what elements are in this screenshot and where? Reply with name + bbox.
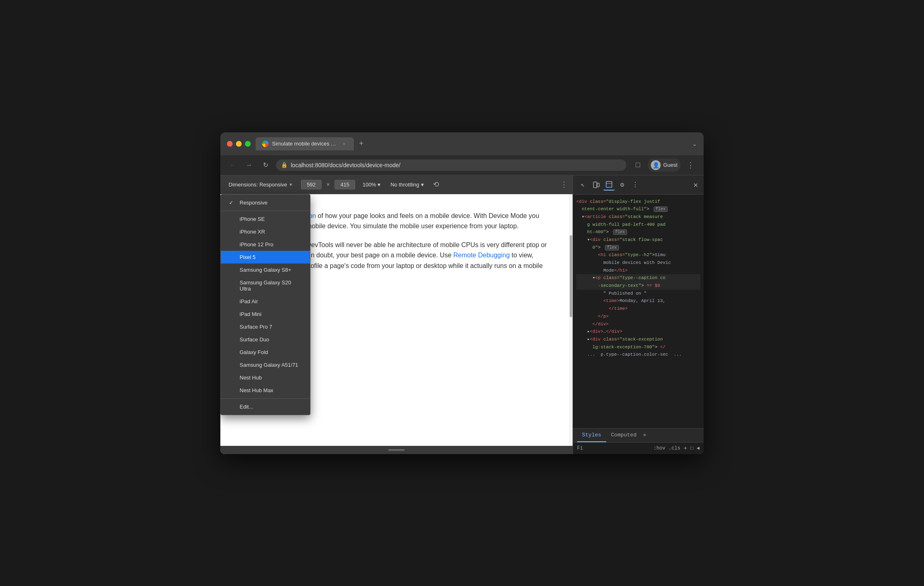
width-input[interactable] bbox=[301, 180, 322, 189]
code-line-selected: -secondary-text"> == $0 bbox=[576, 282, 700, 290]
code-line: ▸<div class="stack-exception bbox=[576, 336, 700, 343]
add-style-btn[interactable]: + bbox=[684, 445, 687, 452]
traffic-lights bbox=[227, 141, 251, 147]
address-bar-right: □ 👤 Guest ⋮ bbox=[631, 159, 697, 172]
zoom-label: 100% bbox=[362, 182, 376, 188]
code-line: </time> bbox=[576, 305, 700, 313]
maximize-button[interactable] bbox=[245, 141, 251, 147]
resize-handle[interactable] bbox=[388, 449, 405, 451]
dropdown-item-label: iPhone SE bbox=[240, 216, 265, 222]
lock-icon: 🔒 bbox=[281, 162, 288, 168]
dropdown-item-samsung-s20[interactable]: Samsung Galaxy S20 Ultra bbox=[221, 276, 310, 295]
dropdown-divider-2 bbox=[221, 398, 310, 399]
dimensions-chevron-icon: ▼ bbox=[289, 182, 293, 187]
throttle-chevron-icon: ▾ bbox=[421, 182, 424, 188]
address-input[interactable] bbox=[276, 159, 626, 171]
devtools-close-button[interactable]: ✕ bbox=[692, 179, 700, 191]
code-line: lg:stack-exception-700"> </ bbox=[576, 343, 700, 351]
gear-settings-icon[interactable]: ⚙ bbox=[616, 179, 628, 191]
tab-list-chevron-icon[interactable]: ⌄ bbox=[692, 141, 697, 147]
code-line: 0"> flex bbox=[576, 244, 700, 252]
styles-more-tabs-icon[interactable]: » bbox=[643, 432, 646, 438]
height-input[interactable] bbox=[335, 180, 355, 189]
code-line: g width-full pad-left-400 pad bbox=[576, 221, 700, 229]
tab-close-button[interactable]: × bbox=[341, 141, 347, 147]
dropdown-item-surface-pro-7[interactable]: Surface Pro 7 bbox=[221, 320, 310, 333]
pseudo-states-btn[interactable]: :hov bbox=[654, 445, 666, 451]
cls-btn[interactable]: .cls bbox=[668, 445, 680, 451]
title-bar: Simulate mobile devices with D × + ⌄ bbox=[220, 132, 704, 155]
rotate-icon[interactable]: ⟲ bbox=[431, 178, 441, 191]
dropdown-item-label: Pixel 5 bbox=[240, 254, 256, 260]
zoom-select[interactable]: 100% ▾ bbox=[360, 180, 383, 189]
svg-rect-2 bbox=[606, 182, 612, 187]
content-wrapper: Dimensions: Responsive ▼ × 100% ▾ No thr… bbox=[220, 175, 573, 454]
code-line: ▾<div class="stack flow-spac bbox=[576, 236, 700, 244]
remote-debugging-link[interactable]: Remote Debugging bbox=[453, 252, 510, 259]
dropdown-item-iphone-xr[interactable]: iPhone XR bbox=[221, 225, 310, 238]
scrollbar-thumb bbox=[570, 235, 572, 317]
dropdown-item-samsung-a51[interactable]: Samsung Galaxy A51/71 bbox=[221, 359, 310, 371]
dropdown-item-responsive[interactable]: ✓ Responsive bbox=[221, 196, 310, 209]
dropdown-item-edit[interactable]: Edit... bbox=[221, 400, 310, 413]
device-toolbar: Dimensions: Responsive ▼ × 100% ▾ No thr… bbox=[220, 175, 573, 194]
code-line: ▾<article class="stack measure bbox=[576, 213, 700, 221]
account-button[interactable]: 👤 Guest bbox=[648, 159, 681, 172]
dropdown-item-nest-hub[interactable]: Nest Hub bbox=[221, 371, 310, 384]
browser-more-button[interactable]: ⋮ bbox=[684, 159, 697, 172]
dropdown-item-pixel-5[interactable]: Pixel 5 bbox=[221, 251, 310, 263]
elements-panel-icon[interactable] bbox=[603, 179, 615, 191]
code-line: </p> bbox=[576, 313, 700, 320]
code-line: ht-400"> flex bbox=[576, 228, 700, 236]
dropdown-item-label: Edit... bbox=[240, 404, 253, 410]
code-line: ntent-center width-full"> flex bbox=[576, 205, 700, 213]
split-screen-button[interactable]: □ bbox=[631, 159, 644, 172]
dimension-separator: × bbox=[326, 181, 330, 188]
dropdown-item-galaxy-fold[interactable]: Galaxy Fold bbox=[221, 346, 310, 359]
code-line-selected: ▾<p class="type--caption co bbox=[576, 274, 700, 282]
tab-styles[interactable]: Styles bbox=[577, 429, 606, 442]
devtools-code-view[interactable]: <div class="display-flex justif ntent-ce… bbox=[573, 195, 704, 428]
new-tab-button[interactable]: + bbox=[356, 138, 367, 150]
chrome-favicon-icon bbox=[262, 141, 269, 147]
dimensions-label: Dimensions: Responsive bbox=[229, 182, 287, 188]
new-rule-icon[interactable]: □ bbox=[691, 445, 693, 451]
devtools-more-icon[interactable]: ⋮ bbox=[630, 179, 641, 191]
code-line: mobile devices with Devic bbox=[576, 259, 700, 267]
dimensions-select[interactable]: Dimensions: Responsive ▼ bbox=[225, 180, 296, 189]
dropdown-item-ipad-mini[interactable]: iPad Mini bbox=[221, 308, 310, 320]
code-line: ▸<div>…</div> bbox=[576, 328, 700, 336]
tab-computed[interactable]: Computed bbox=[606, 429, 641, 442]
dropdown-item-label: Nest Hub Max bbox=[240, 387, 273, 393]
account-avatar-icon: 👤 bbox=[651, 160, 661, 170]
toolbar-more-icon[interactable]: ⋮ bbox=[560, 180, 568, 189]
dropdown-item-iphone-se[interactable]: iPhone SE bbox=[221, 213, 310, 225]
dropdown-item-label: Samsung Galaxy S20 Ultra bbox=[240, 279, 302, 292]
tab-title: Simulate mobile devices with D bbox=[272, 141, 337, 147]
minimize-button[interactable] bbox=[236, 141, 242, 147]
dropdown-item-label: iPhone 12 Pro bbox=[240, 241, 273, 248]
reload-button[interactable]: ↻ bbox=[260, 159, 271, 171]
computed-sidebar-icon[interactable]: ◀ bbox=[697, 445, 700, 451]
page-scrollbar[interactable] bbox=[569, 194, 573, 446]
forward-button[interactable]: → bbox=[243, 159, 255, 171]
dropdown-item-nest-hub-max[interactable]: Nest Hub Max bbox=[221, 384, 310, 397]
zoom-chevron-icon: ▾ bbox=[378, 182, 380, 188]
code-line: ... p.type--caption.color-sec ... bbox=[576, 351, 700, 359]
dropdown-item-surface-duo[interactable]: Surface Duo bbox=[221, 333, 310, 346]
back-button[interactable]: ← bbox=[227, 159, 238, 171]
close-button[interactable] bbox=[227, 141, 233, 147]
dropdown-item-ipad-air[interactable]: iPad Air bbox=[221, 295, 310, 308]
dropdown-item-samsung-s8[interactable]: Samsung Galaxy S8+ bbox=[221, 263, 310, 276]
svg-rect-1 bbox=[597, 183, 599, 187]
cursor-tool-icon[interactable]: ↖ bbox=[577, 179, 589, 191]
dropdown-item-iphone-12-pro[interactable]: iPhone 12 Pro bbox=[221, 238, 310, 251]
dropdown-item-label: iPad Mini bbox=[240, 311, 261, 317]
devtools-panel: ↖ ⚙ ⋮ ✕ <div bbox=[573, 175, 704, 454]
active-tab[interactable]: Simulate mobile devices with D × bbox=[256, 137, 354, 150]
device-dropdown-menu: ✓ Responsive iPhone SE iPhone XR iPh bbox=[220, 194, 310, 415]
tab-bar: Simulate mobile devices with D × + ⌄ bbox=[256, 137, 697, 150]
address-bar: ← → ↻ 🔒 □ 👤 Guest ⋮ bbox=[220, 155, 704, 175]
device-mode-icon[interactable] bbox=[590, 179, 602, 191]
throttle-select[interactable]: No throttling ▾ bbox=[388, 180, 426, 189]
